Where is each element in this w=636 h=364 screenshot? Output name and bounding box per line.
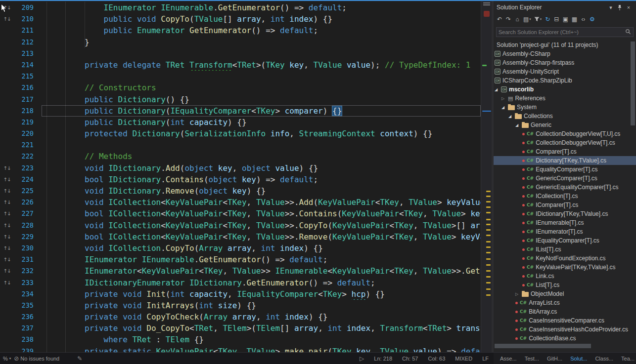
tree-item[interactable]: C#ICollection[T].cs (494, 192, 636, 201)
tree-item[interactable]: C#CaseInsensitiveComparer.cs (494, 316, 636, 325)
collapse-arrow-icon[interactable]: ◢ (501, 105, 508, 110)
code-text[interactable]: private delegate TRet Transform<TRet>(TK… (42, 59, 481, 71)
search-icon[interactable] (625, 28, 631, 37)
collapse-arrow-icon[interactable]: ◢ (495, 87, 501, 92)
tree-item[interactable]: ◢System (494, 103, 636, 112)
search-input[interactable] (499, 29, 625, 35)
implements-glyph-icon[interactable]: ↑↓ (0, 243, 14, 254)
window-menu-icon[interactable]: ▾ (606, 3, 615, 11)
code-text[interactable]: IDictionaryEnumerator IDictionary.GetEnu… (42, 277, 481, 288)
editor-split-grip-icon[interactable] (483, 2, 490, 5)
tree-item[interactable]: C#IList[T].cs (494, 245, 636, 254)
tool-window-tab[interactable]: Test... (521, 353, 543, 364)
tree-item[interactable]: C#Assembly-CSharp (494, 49, 636, 58)
char-indicator[interactable]: Ch: 57 (402, 356, 418, 362)
collapse-arrow-icon[interactable]: ◢ (508, 114, 515, 119)
properties-pages-icon[interactable]: ▣ (561, 15, 569, 24)
tool-window-tab[interactable]: Solut... (567, 353, 591, 364)
tree-item[interactable]: C#Assembly-UnityScript (494, 67, 636, 76)
tree-item[interactable]: C#GenericEqualityComparer[T].cs (494, 183, 636, 192)
tree-item[interactable]: C#IComparer[T].cs (494, 201, 636, 209)
tree-item[interactable]: C#Assembly-CSharp-firstpass (494, 58, 636, 67)
code-text[interactable]: private void CopyToCheck(Array array, in… (42, 311, 481, 323)
tree-item[interactable]: C#CollectionDebuggerView[T].cs (494, 138, 636, 147)
forward-icon[interactable]: ↷ (504, 15, 512, 24)
code-text[interactable]: void IDictionary.Add(object key, object … (42, 162, 481, 174)
switch-view-icon[interactable]: ▤▾ (522, 15, 532, 24)
tree-vertical-scrollbar[interactable] (631, 40, 635, 329)
implements-glyph-icon[interactable]: ↑↓ (0, 174, 14, 185)
tree-item[interactable]: ◢Collections (494, 112, 636, 121)
tree-item[interactable]: C#CaseInsensitiveHashCodeProvider.cs (494, 325, 636, 334)
implements-glyph-icon[interactable]: ↑↓ (0, 185, 14, 197)
zoom-control[interactable]: % ▾ (3, 356, 11, 362)
code-text[interactable]: public Dictionary(IEqualityComparer<TKey… (42, 105, 481, 117)
code-editor[interactable]: ↑↓209 IEnumerator IEnumerable.GetEnumera… (0, 0, 492, 352)
code-text[interactable]: void ICollection<KeyValuePair<TKey, TVal… (42, 220, 481, 231)
line-indicator[interactable]: Ln: 218 (374, 356, 392, 362)
code-text[interactable]: private static KeyValuePair<TKey, TValue… (42, 346, 481, 352)
wrench-icon[interactable]: ⚙ (588, 15, 596, 24)
tool-window-tab[interactable]: GitH... (544, 353, 566, 364)
implements-glyph-icon[interactable]: ↑↓ (0, 162, 14, 174)
tool-window-tab[interactable]: Class... (591, 353, 617, 364)
collapse-arrow-icon[interactable]: ◢ (515, 123, 522, 127)
code-text[interactable]: protected Dictionary(SerializationInfo i… (42, 128, 481, 139)
indent-mode-indicator[interactable]: MIXED (455, 356, 472, 362)
back-icon[interactable]: ↶ (496, 15, 503, 24)
code-text[interactable] (42, 71, 481, 82)
tree-horizontal-scrollbar[interactable] (495, 344, 629, 348)
expand-arrow-icon[interactable]: ▷ (515, 292, 522, 296)
code-text[interactable]: where TRet : TElem {} (42, 334, 481, 345)
tree-item[interactable]: C#CollectionBase.cs (494, 334, 636, 343)
code-text[interactable]: public Dictionary(int capacity) {} (42, 117, 481, 128)
code-text[interactable] (42, 48, 481, 59)
implements-glyph-icon[interactable]: ↑↓ (0, 197, 14, 208)
tree-item[interactable]: C#Link.cs (494, 272, 636, 281)
tree-item[interactable]: C#KeyValuePair[TKey,TValue].cs (494, 263, 636, 272)
home-icon[interactable]: ⌂ (513, 15, 521, 24)
tree-item[interactable]: C#Dictionary[TKey,TValue].cs (494, 156, 636, 165)
code-text[interactable] (42, 139, 481, 151)
code-text[interactable]: bool ICollection<KeyValuePair<TKey, TVal… (42, 231, 481, 243)
tree-item[interactable]: C#IEnumerator[T].cs (494, 227, 636, 236)
implements-glyph-icon[interactable]: ↑↓ (0, 231, 14, 243)
tree-item[interactable]: ▷▤References (494, 94, 636, 103)
tree-item[interactable]: C#EqualityComparer[T].cs (494, 165, 636, 174)
edit-mode-icon[interactable]: ✎ (77, 355, 82, 362)
code-text[interactable]: void ICollection.CopyTo(Array array, int… (42, 243, 481, 254)
eol-indicator[interactable]: LF (482, 356, 489, 362)
collapse-all-icon[interactable]: ⊟ (552, 15, 560, 24)
code-text[interactable]: // Constructors (42, 82, 481, 93)
code-text[interactable]: private void Do_CopyTo<TRet, TElem>(TEle… (42, 323, 481, 334)
tree-item[interactable]: ▷ObjectModel (494, 289, 636, 298)
tool-window-tab[interactable]: Asse... (497, 353, 520, 364)
tree-item[interactable]: C#List[T].cs (494, 281, 636, 289)
run-icon[interactable]: ▷ (360, 355, 364, 362)
tree-item[interactable]: C#CollectionDebuggerView[T,U].cs (494, 129, 636, 138)
filter-icon[interactable]: ▾ (533, 15, 543, 24)
sync-icon[interactable]: ↻ (544, 15, 551, 24)
implements-glyph-icon[interactable]: ↑↓ (0, 254, 14, 265)
code-text[interactable]: private void Init(int capacity, IEqualit… (42, 288, 481, 300)
hscroll-thumb[interactable] (495, 344, 591, 348)
code-text[interactable]: public Enumerator GetEnumerator() => def… (42, 25, 481, 36)
code-text[interactable]: public void CopyTo(TValue[] array, int i… (42, 13, 481, 25)
tree-item[interactable]: C#KeyNotFoundException.cs (494, 254, 636, 263)
code-text[interactable]: void ICollection<KeyValuePair<TKey, TVal… (42, 197, 481, 208)
implements-glyph-icon[interactable]: ↑↓ (0, 208, 14, 219)
issues-indicator[interactable]: ⊘ No issues found (14, 355, 59, 362)
tree-item[interactable]: C#ICSharpCode.SharpZipLib (494, 76, 636, 85)
code-text[interactable]: bool IDictionary.Contains(object key) =>… (42, 174, 481, 185)
code-text[interactable]: public Dictionary() {} (42, 94, 481, 105)
implements-glyph-icon[interactable]: ↑↓ (0, 277, 14, 288)
tree-item[interactable]: C#GenericComparer[T].cs (494, 174, 636, 183)
tree-item[interactable]: C#BitArray.cs (494, 307, 636, 316)
show-all-files-icon[interactable]: ▦ (570, 15, 578, 24)
implements-glyph-icon[interactable]: ↑↓ (0, 265, 14, 277)
document-health-icon[interactable] (484, 11, 490, 17)
tree-item[interactable]: C#Comparer[T].cs (494, 147, 636, 156)
code-text[interactable]: private void InitArrays(int size) {} (42, 300, 481, 311)
overview-ruler[interactable] (481, 0, 492, 352)
code-text[interactable]: IEnumerator IEnumerable.GetEnumerator() … (42, 2, 481, 13)
